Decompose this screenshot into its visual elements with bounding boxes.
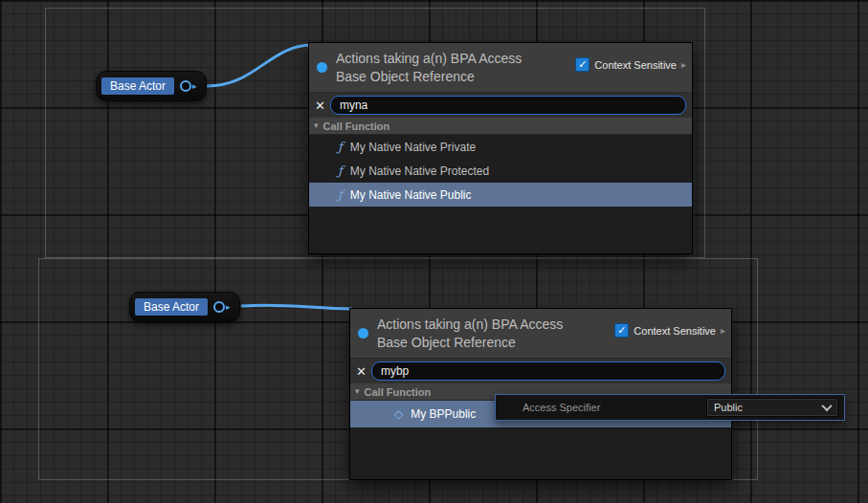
object-pin-icon (358, 328, 368, 339)
base-actor-node-top[interactable]: Base Actor ▸ (96, 71, 207, 101)
node-title: Base Actor (135, 298, 208, 316)
search-row: ✕ (350, 359, 731, 383)
pin-arrow-icon: ▸ (226, 303, 231, 312)
context-sensitive-label: Context Sensitive (634, 325, 716, 337)
context-sensitive-label: Context Sensitive (594, 59, 677, 71)
item-label: My Native Native Public (350, 188, 472, 202)
context-sensitive-toggle[interactable]: ✓ Context Sensitive ▸ (575, 57, 686, 72)
item-label: My Native Native Private (350, 141, 476, 154)
clear-search-icon[interactable]: ✕ (315, 99, 325, 112)
connection-wire-top[interactable] (207, 45, 314, 86)
function-diamond-icon: ◇ (394, 407, 403, 421)
list-item-my-native-native-protected[interactable]: ƒ My Native Native Protected (309, 159, 692, 183)
check-icon: ✓ (578, 59, 587, 70)
category-label: Call Function (365, 386, 432, 398)
category-label: Call Function (323, 120, 390, 132)
function-icon: ƒ (338, 140, 343, 154)
context-sensitive-checkbox[interactable]: ✓ (614, 323, 629, 338)
object-output-pin[interactable]: ▸ (213, 301, 231, 313)
blueprint-graph[interactable]: Base Actor ▸ Base Actor ▸ Actions taking… (0, 0, 868, 503)
menu-title-line2: Base Object Reference (377, 334, 563, 352)
search-input[interactable] (371, 361, 725, 381)
context-sensitive-toggle[interactable]: ✓ Context Sensitive ▸ (614, 323, 725, 338)
pin-circle-icon (180, 80, 191, 92)
node-title: Base Actor (101, 77, 174, 95)
object-pin-icon (317, 62, 327, 73)
access-specifier-dropdown[interactable]: Public (706, 398, 838, 417)
object-output-pin[interactable]: ▸ (180, 80, 197, 92)
category-call-function[interactable]: ▾ Call Function (309, 118, 692, 135)
base-actor-node-bottom[interactable]: Base Actor ▸ (129, 292, 240, 322)
menu-title: Actions taking a(n) BPA Access Base Obje… (377, 316, 563, 352)
access-specifier-label: Access Specifier (523, 402, 600, 413)
connection-wire-bottom[interactable] (241, 305, 352, 309)
pin-arrow-icon: ▸ (192, 82, 197, 91)
check-icon: ✓ (617, 325, 626, 336)
function-icon: ƒ (338, 187, 343, 202)
chevron-right-icon[interactable]: ▸ (721, 325, 725, 336)
clear-search-icon[interactable]: ✕ (356, 365, 367, 378)
menu-title-line2: Base Object Reference (336, 68, 522, 86)
search-row: ✕ (309, 93, 692, 118)
access-specifier-tooltip: Access Specifier Public (495, 394, 845, 421)
item-label: My Native Native Protected (350, 164, 489, 178)
context-sensitive-checkbox[interactable]: ✓ (575, 57, 590, 72)
menu-header: Actions taking a(n) BPA Access Base Obje… (309, 43, 692, 93)
collapse-arrow-icon[interactable]: ▾ (355, 387, 360, 396)
menu-title-line1: Actions taking a(n) BPA Access (336, 50, 522, 68)
function-icon: ƒ (338, 164, 343, 178)
list-item-my-native-native-private[interactable]: ƒ My Native Native Private (309, 135, 692, 159)
pin-circle-icon (213, 301, 225, 313)
action-list: ƒ My Native Native Private ƒ My Native N… (309, 135, 692, 253)
dropdown-value: Public (714, 402, 743, 413)
chevron-down-icon (821, 401, 832, 411)
list-item-my-native-native-public[interactable]: ƒ My Native Native Public (309, 183, 692, 207)
item-label: My BPPublic (411, 407, 476, 421)
collapse-arrow-icon[interactable]: ▾ (314, 121, 319, 130)
chevron-right-icon[interactable]: ▸ (681, 59, 686, 70)
context-action-menu-top: Actions taking a(n) BPA Access Base Obje… (308, 42, 693, 254)
menu-title-line1: Actions taking a(n) BPA Access (377, 316, 563, 334)
menu-header: Actions taking a(n) BPA Access Base Obje… (350, 309, 731, 359)
menu-title: Actions taking a(n) BPA Access Base Obje… (336, 50, 522, 86)
search-input[interactable] (330, 96, 686, 115)
